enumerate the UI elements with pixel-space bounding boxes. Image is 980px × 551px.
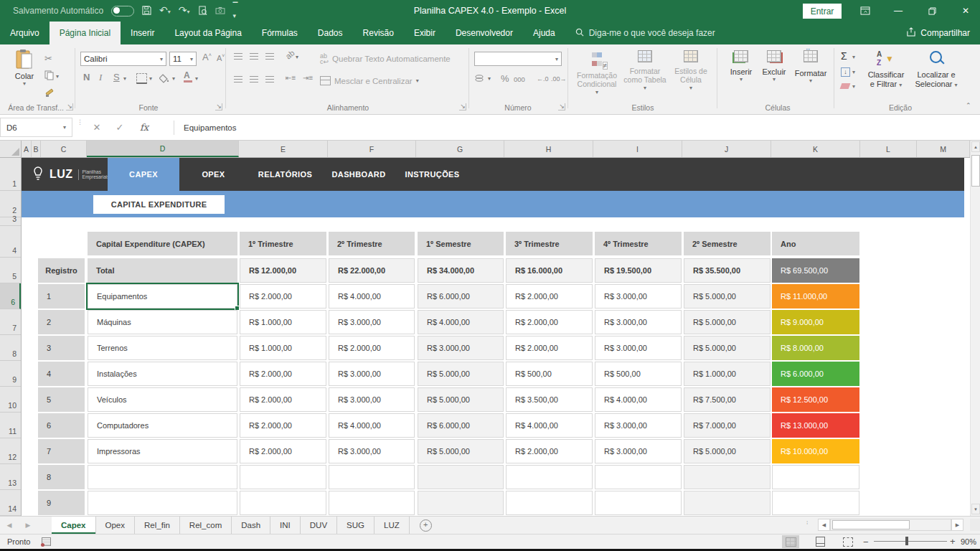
comma-style-icon[interactable]: 000: [514, 75, 525, 83]
new-sheet-button[interactable]: +: [420, 519, 432, 532]
value-cell[interactable]: R$ 6.000,00: [418, 413, 504, 438]
table-header-2-semestre[interactable]: 2º Semestre: [684, 232, 771, 255]
formula-input[interactable]: Equipamentos: [184, 118, 237, 137]
item-name-cell-terrenos[interactable]: Terrenos: [88, 336, 237, 360]
value-cell[interactable]: R$ 5.000,00: [684, 284, 771, 309]
registro-cell-6[interactable]: 6: [38, 413, 85, 438]
fill-color-dropdown-icon[interactable]: ▾: [172, 75, 175, 82]
item-name-cell[interactable]: [88, 491, 237, 515]
zoom-slider-track[interactable]: [874, 541, 947, 542]
font-size-select[interactable]: 11▾: [169, 52, 197, 66]
value-cell[interactable]: R$ 3.000,00: [329, 362, 415, 386]
ano-cell[interactable]: R$ 10.000,00: [772, 439, 859, 463]
ribbon-tab-dados[interactable]: Dados: [308, 22, 353, 44]
value-cell[interactable]: R$ 3.000,00: [595, 336, 682, 360]
column-header-j[interactable]: J: [682, 141, 771, 157]
sheet-tab-sug[interactable]: SUG: [337, 517, 374, 534]
restore-button[interactable]: [918, 0, 946, 22]
percent-style-icon[interactable]: %: [501, 73, 509, 84]
cut-icon[interactable]: ✂: [44, 53, 52, 64]
ano-cell-empty[interactable]: [772, 465, 859, 489]
value-cell[interactable]: R$ 1.000,00: [240, 336, 326, 360]
column-header-f[interactable]: F: [328, 141, 416, 157]
ribbon-tab-ajuda[interactable]: Ajuda: [523, 22, 565, 44]
value-cell[interactable]: R$ 2.000,00: [240, 284, 326, 309]
value-cell[interactable]: R$ 500,00: [595, 362, 682, 386]
increase-font-icon[interactable]: A˄: [202, 52, 212, 62]
value-cell[interactable]: R$ 3.000,00: [595, 310, 682, 334]
value-cell[interactable]: R$ 5.000,00: [684, 439, 771, 463]
ribbon-tab-exibir[interactable]: Exibir: [404, 22, 446, 44]
sheet-tab-opex[interactable]: Opex: [96, 517, 136, 534]
item-name-cell[interactable]: [88, 465, 237, 489]
sign-in-button[interactable]: Entrar: [803, 4, 842, 19]
total-value-cell[interactable]: R$ 12.000,00: [240, 258, 326, 283]
collapse-ribbon-icon[interactable]: ⌃: [966, 102, 971, 109]
value-cell[interactable]: R$ 2.000,00: [240, 362, 326, 386]
column-header-b[interactable]: B: [32, 141, 41, 157]
registro-header[interactable]: Registro: [38, 258, 85, 283]
value-cell[interactable]: R$ 7.000,00: [684, 413, 771, 438]
row-header-5[interactable]: 5: [0, 258, 21, 283]
value-cell[interactable]: [240, 465, 326, 489]
number-dialog-launcher-icon[interactable]: ↘: [558, 103, 565, 110]
column-header-e[interactable]: E: [239, 141, 328, 157]
value-cell[interactable]: R$ 7.500,00: [684, 387, 771, 412]
align-right-icon[interactable]: [265, 76, 274, 83]
align-top-icon[interactable]: [234, 53, 242, 60]
row-header-4[interactable]: 4: [0, 226, 21, 258]
zoom-in-icon[interactable]: +: [950, 536, 956, 547]
format-as-table-button[interactable]: Formatar como Tabela ▾: [623, 50, 667, 93]
column-header-m[interactable]: M: [917, 141, 970, 157]
confirm-entry-icon[interactable]: ✓: [110, 118, 129, 137]
clear-eraser-icon[interactable]: [840, 83, 851, 89]
registro-cell-7[interactable]: 7: [38, 439, 85, 463]
close-button[interactable]: ✕: [951, 0, 980, 22]
format-cells-button[interactable]: ↔ Formatar ▾: [792, 50, 829, 84]
alignment-dialog-launcher-icon[interactable]: ↘: [459, 103, 466, 110]
value-cell[interactable]: R$ 3.000,00: [418, 336, 504, 360]
value-cell[interactable]: [684, 491, 771, 515]
table-header-capital-expenditure-capex[interactable]: Capital Expenditure (CAPEX): [88, 232, 237, 255]
value-cell[interactable]: R$ 2.000,00: [240, 413, 326, 438]
column-header-c[interactable]: C: [41, 141, 87, 157]
value-cell[interactable]: [684, 465, 771, 489]
zoom-slider-thumb[interactable]: [905, 537, 908, 545]
orientation-dropdown-icon[interactable]: ▾: [296, 54, 298, 60]
sheet-tab-rel-fin[interactable]: Rel_fin: [135, 517, 180, 534]
scroll-up-icon[interactable]: ▲: [971, 141, 980, 152]
sheet-nav-right-icon[interactable]: ▶: [19, 517, 37, 534]
table-header-1-semestre[interactable]: 1º Semestre: [418, 232, 504, 255]
item-name-cell-veiculos[interactable]: Veículos: [88, 387, 237, 412]
value-cell[interactable]: R$ 3.500,00: [506, 387, 593, 412]
decrease-decimal-icon[interactable]: .00→: [551, 75, 567, 83]
bold-button[interactable]: N: [83, 72, 90, 83]
customize-qat-icon[interactable]: ▔▾: [233, 1, 238, 21]
insert-function-icon[interactable]: fx: [135, 118, 154, 137]
ano-cell[interactable]: R$ 8.000,00: [772, 336, 859, 360]
ano-cell[interactable]: R$ 9.000,00: [772, 310, 859, 334]
item-name-cell-instalacoes[interactable]: Instalações: [88, 362, 237, 386]
value-cell[interactable]: R$ 2.000,00: [240, 439, 326, 463]
font-name-select[interactable]: Calibri▾: [80, 52, 166, 66]
sort-filter-button[interactable]: A Z ▼ Classificar e Filtrar ▾: [862, 49, 910, 90]
borders-icon[interactable]: [136, 73, 147, 84]
select-all-corner[interactable]: [0, 141, 22, 158]
sheet-nav-left-icon[interactable]: ◀: [0, 517, 19, 534]
registro-cell-5[interactable]: 5: [38, 387, 85, 412]
registro-cell-9[interactable]: 9: [38, 491, 85, 515]
page-layout-view-icon[interactable]: [811, 535, 829, 548]
row-header-2[interactable]: 2: [0, 191, 21, 217]
decrease-indent-icon[interactable]: ⇤≡: [286, 74, 296, 82]
value-cell[interactable]: R$ 4.000,00: [595, 387, 682, 412]
scroll-down-icon[interactable]: ▼: [971, 504, 980, 514]
banner-tab-opex[interactable]: OPEX: [179, 158, 248, 191]
total-ano-cell[interactable]: R$ 69.500,00: [772, 258, 859, 283]
print-preview-icon[interactable]: [198, 6, 207, 17]
minimize-button[interactable]: —: [884, 0, 913, 22]
accounting-dropdown-icon[interactable]: ▾: [488, 75, 491, 82]
horizontal-scroll-thumb[interactable]: [832, 520, 910, 529]
sheet-tab-dash[interactable]: Dash: [232, 517, 270, 534]
sheet-tab-duv[interactable]: DUV: [301, 517, 337, 534]
undo-icon[interactable]: ↶▾: [159, 5, 171, 17]
